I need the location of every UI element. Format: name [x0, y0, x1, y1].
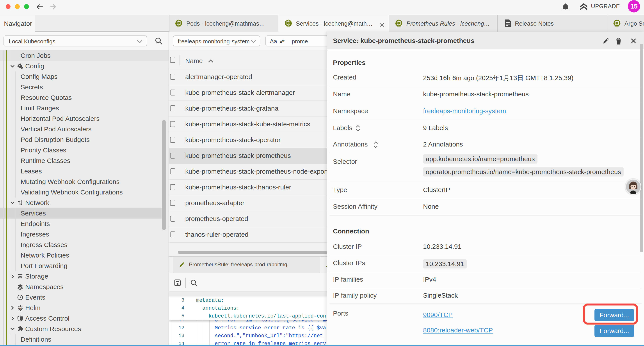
svg-text:HELM: HELM	[18, 308, 22, 310]
